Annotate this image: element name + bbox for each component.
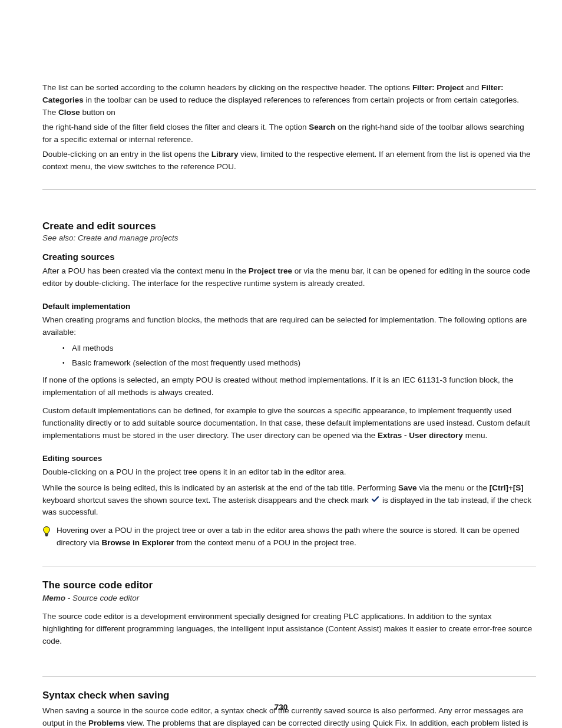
memo-line: Memo - Source code editor	[42, 592, 534, 605]
bullet-list: All methods Basic framework (selection o…	[42, 341, 534, 371]
library-label: Library	[211, 150, 239, 159]
search-label: Search	[309, 123, 335, 131]
svg-rect-1	[45, 535, 48, 536]
text: and	[464, 83, 481, 92]
text: The list can be sorted according to the …	[42, 83, 412, 92]
text: keyboard shortcut saves the shown source…	[42, 496, 371, 505]
paragraph: The source code editor is a development …	[42, 611, 534, 648]
svg-rect-2	[46, 536, 48, 536]
paragraph: If none of the options is selected, an e…	[42, 374, 534, 399]
svg-rect-0	[45, 534, 48, 535]
text: +	[508, 483, 513, 492]
subheading-creating-sources: Creating sources	[42, 252, 534, 262]
shortcut-ctrl: [Ctrl]	[490, 483, 508, 492]
text: Double-clicking on an entry in the list …	[42, 150, 211, 159]
see-also-link: See also: Create and manage projects	[42, 233, 534, 242]
close-label: Close	[58, 108, 80, 117]
paragraph: After a POU has been created via the con…	[42, 265, 534, 290]
filter-project-label: Filter: Project	[412, 83, 464, 92]
text: via the menu or the	[417, 483, 490, 492]
subheading-default-implementation: Default implementation	[42, 302, 534, 311]
section-heading-source-editor: The source code editor	[42, 579, 534, 591]
tip-text: Hovering over a POU in the project tree …	[57, 525, 534, 549]
text: the right-hand side of the filter field …	[42, 123, 309, 131]
page-number: 730	[0, 703, 562, 711]
save-label: Save	[398, 483, 417, 492]
project-tree-label: Project tree	[249, 266, 292, 275]
problems-view-label: Problems	[88, 719, 125, 727]
checkmark-icon	[372, 495, 379, 507]
text: After a POU has been created via the con…	[42, 266, 249, 275]
text: While the source is being edited, this i…	[42, 483, 398, 492]
paragraph: While the source is being edited, this i…	[42, 482, 534, 519]
list-item: Basic framework (selection of the most f…	[72, 356, 534, 371]
browse-in-explorer-label: Browse in Explorer	[102, 538, 174, 547]
paragraph: When creating programs and function bloc…	[42, 314, 534, 339]
document-page: The list can be sorted according to the …	[0, 0, 562, 728]
text: button on	[80, 108, 115, 117]
section-heading-create-edit: Create and edit sources	[42, 220, 534, 232]
section-heading-syntax-check: Syntax check when saving	[42, 690, 534, 701]
paragraph: Double-clicking on a POU in the project …	[42, 466, 534, 479]
list-item: All methods	[72, 341, 534, 356]
intro-paragraph: The list can be sorted according to the …	[42, 82, 534, 173]
menu-extras-userdir-label: Extras - User directory	[378, 431, 463, 440]
paragraph: Custom default implementations can be de…	[42, 405, 534, 442]
text: menu.	[463, 431, 487, 440]
lightbulb-icon	[42, 526, 51, 540]
text: from the context menu of a POU in the pr…	[174, 538, 356, 547]
tip-block: Hovering over a POU in the project tree …	[42, 525, 534, 549]
memo-label: Memo	[42, 594, 65, 602]
memo-text: - Source code editor	[65, 594, 139, 602]
subheading-editing-sources: Editing sources	[42, 454, 534, 463]
shortcut-s: [S]	[513, 483, 524, 492]
